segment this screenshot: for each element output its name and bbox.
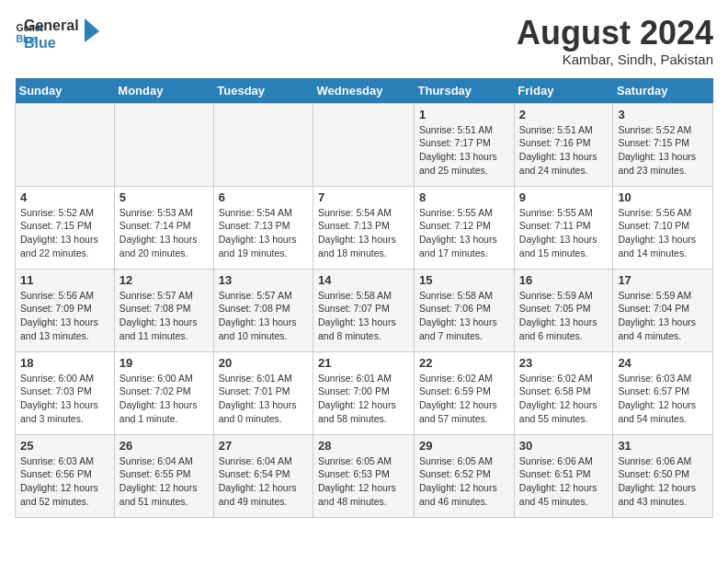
cell-content: Sunrise: 6:05 AM Sunset: 6:52 PM Dayligh… bbox=[419, 454, 509, 509]
day-number: 16 bbox=[519, 273, 609, 287]
calendar-cell: 16Sunrise: 5:59 AM Sunset: 7:05 PM Dayli… bbox=[514, 269, 613, 351]
calendar-cell: 13Sunrise: 5:57 AM Sunset: 7:08 PM Dayli… bbox=[213, 269, 313, 351]
cell-content: Sunrise: 5:58 AM Sunset: 7:06 PM Dayligh… bbox=[419, 289, 509, 343]
day-number: 9 bbox=[519, 190, 609, 204]
cell-content: Sunrise: 6:02 AM Sunset: 6:59 PM Dayligh… bbox=[419, 372, 509, 426]
calendar-week-5: 25Sunrise: 6:03 AM Sunset: 6:56 PM Dayli… bbox=[16, 434, 713, 517]
calendar-cell: 18Sunrise: 6:00 AM Sunset: 7:03 PM Dayli… bbox=[16, 351, 115, 434]
day-number: 3 bbox=[618, 108, 708, 121]
day-number: 4 bbox=[20, 190, 109, 204]
calendar-cell: 12Sunrise: 5:57 AM Sunset: 7:08 PM Dayli… bbox=[114, 269, 213, 351]
cell-content: Sunrise: 6:01 AM Sunset: 7:00 PM Dayligh… bbox=[318, 372, 409, 426]
calendar-cell: 23Sunrise: 6:02 AM Sunset: 6:58 PM Dayli… bbox=[514, 351, 613, 434]
day-number: 26 bbox=[119, 439, 209, 453]
day-number: 10 bbox=[618, 190, 708, 204]
calendar-cell: 29Sunrise: 6:05 AM Sunset: 6:52 PM Dayli… bbox=[415, 434, 515, 517]
cell-content: Sunrise: 6:00 AM Sunset: 7:03 PM Dayligh… bbox=[20, 372, 109, 426]
day-number: 29 bbox=[419, 439, 509, 453]
day-number: 23 bbox=[519, 356, 609, 370]
calendar-cell: 26Sunrise: 6:04 AM Sunset: 6:55 PM Dayli… bbox=[114, 434, 213, 517]
day-number: 18 bbox=[20, 356, 109, 370]
calendar-cell: 4Sunrise: 5:52 AM Sunset: 7:15 PM Daylig… bbox=[16, 186, 115, 269]
day-number: 7 bbox=[318, 190, 409, 204]
cell-content: Sunrise: 5:57 AM Sunset: 7:08 PM Dayligh… bbox=[119, 289, 209, 343]
day-number: 14 bbox=[318, 273, 409, 287]
weekday-header-saturday: Saturday bbox=[613, 78, 713, 104]
day-number: 22 bbox=[419, 356, 509, 370]
calendar-cell: 22Sunrise: 6:02 AM Sunset: 6:59 PM Dayli… bbox=[415, 351, 515, 434]
day-number: 2 bbox=[519, 108, 609, 121]
cell-content: Sunrise: 5:59 AM Sunset: 7:05 PM Dayligh… bbox=[519, 289, 609, 343]
calendar-cell: 6Sunrise: 5:54 AM Sunset: 7:13 PM Daylig… bbox=[213, 186, 313, 269]
calendar-cell: 2Sunrise: 5:51 AM Sunset: 7:16 PM Daylig… bbox=[514, 103, 613, 186]
weekday-header-thursday: Thursday bbox=[415, 78, 515, 104]
calendar-cell: 7Sunrise: 5:54 AM Sunset: 7:13 PM Daylig… bbox=[313, 186, 415, 269]
calendar-cell bbox=[16, 103, 115, 186]
cell-content: Sunrise: 5:55 AM Sunset: 7:12 PM Dayligh… bbox=[419, 206, 509, 260]
calendar-cell: 31Sunrise: 6:06 AM Sunset: 6:50 PM Dayli… bbox=[613, 434, 713, 517]
calendar-cell: 10Sunrise: 5:56 AM Sunset: 7:10 PM Dayli… bbox=[613, 186, 713, 269]
day-number: 8 bbox=[419, 190, 509, 204]
weekday-header-tuesday: Tuesday bbox=[213, 78, 313, 104]
calendar-cell: 1Sunrise: 5:51 AM Sunset: 7:17 PM Daylig… bbox=[415, 103, 515, 186]
cell-content: Sunrise: 6:03 AM Sunset: 6:57 PM Dayligh… bbox=[618, 372, 708, 426]
cell-content: Sunrise: 5:56 AM Sunset: 7:09 PM Dayligh… bbox=[20, 289, 109, 343]
cell-content: Sunrise: 5:53 AM Sunset: 7:14 PM Dayligh… bbox=[119, 206, 209, 260]
day-number: 5 bbox=[119, 190, 209, 204]
calendar-cell: 25Sunrise: 6:03 AM Sunset: 6:56 PM Dayli… bbox=[16, 434, 115, 517]
day-number: 31 bbox=[618, 439, 708, 453]
calendar-cell: 20Sunrise: 6:01 AM Sunset: 7:01 PM Dayli… bbox=[213, 351, 313, 434]
day-number: 21 bbox=[318, 356, 409, 370]
calendar-cell: 14Sunrise: 5:58 AM Sunset: 7:07 PM Dayli… bbox=[313, 269, 415, 351]
weekday-header-sunday: Sunday bbox=[16, 78, 115, 104]
weekday-header-row: SundayMondayTuesdayWednesdayThursdayFrid… bbox=[16, 78, 713, 104]
title-block: August 2024 Kambar, Sindh, Pakistan bbox=[517, 15, 713, 67]
calendar-cell: 15Sunrise: 5:58 AM Sunset: 7:06 PM Dayli… bbox=[415, 269, 515, 351]
cell-content: Sunrise: 6:02 AM Sunset: 6:58 PM Dayligh… bbox=[519, 372, 609, 426]
day-number: 30 bbox=[519, 439, 609, 453]
calendar-cell bbox=[213, 103, 313, 186]
cell-content: Sunrise: 5:51 AM Sunset: 7:17 PM Dayligh… bbox=[419, 123, 509, 178]
calendar-week-1: 1Sunrise: 5:51 AM Sunset: 7:17 PM Daylig… bbox=[16, 103, 713, 186]
cell-content: Sunrise: 5:52 AM Sunset: 7:15 PM Dayligh… bbox=[20, 206, 109, 260]
day-number: 13 bbox=[219, 273, 308, 287]
day-number: 17 bbox=[618, 273, 708, 287]
calendar-cell: 30Sunrise: 6:06 AM Sunset: 6:51 PM Dayli… bbox=[514, 434, 613, 517]
cell-content: Sunrise: 5:59 AM Sunset: 7:04 PM Dayligh… bbox=[618, 289, 708, 343]
cell-content: Sunrise: 5:51 AM Sunset: 7:16 PM Dayligh… bbox=[519, 123, 609, 178]
day-number: 1 bbox=[419, 108, 509, 121]
calendar-cell: 5Sunrise: 5:53 AM Sunset: 7:14 PM Daylig… bbox=[114, 186, 213, 269]
calendar-cell: 3Sunrise: 5:52 AM Sunset: 7:15 PM Daylig… bbox=[613, 103, 713, 186]
cell-content: Sunrise: 5:56 AM Sunset: 7:10 PM Dayligh… bbox=[618, 206, 708, 260]
calendar-cell: 9Sunrise: 5:55 AM Sunset: 7:11 PM Daylig… bbox=[514, 186, 613, 269]
calendar-cell: 27Sunrise: 6:04 AM Sunset: 6:54 PM Dayli… bbox=[213, 434, 313, 517]
calendar-cell: 24Sunrise: 6:03 AM Sunset: 6:57 PM Dayli… bbox=[613, 351, 713, 434]
calendar-cell: 21Sunrise: 6:01 AM Sunset: 7:00 PM Dayli… bbox=[313, 351, 415, 434]
day-number: 12 bbox=[119, 273, 209, 287]
day-number: 19 bbox=[119, 356, 209, 370]
calendar-cell: 17Sunrise: 5:59 AM Sunset: 7:04 PM Dayli… bbox=[613, 269, 713, 351]
calendar-week-3: 11Sunrise: 5:56 AM Sunset: 7:09 PM Dayli… bbox=[16, 269, 713, 351]
day-number: 25 bbox=[20, 439, 109, 453]
cell-content: Sunrise: 6:06 AM Sunset: 6:50 PM Dayligh… bbox=[618, 454, 708, 509]
weekday-header-friday: Friday bbox=[514, 78, 613, 104]
day-number: 24 bbox=[618, 356, 708, 370]
calendar-cell: 8Sunrise: 5:55 AM Sunset: 7:12 PM Daylig… bbox=[415, 186, 515, 269]
day-number: 6 bbox=[219, 190, 308, 204]
weekday-header-monday: Monday bbox=[114, 78, 213, 104]
day-number: 27 bbox=[219, 439, 308, 453]
weekday-header-wednesday: Wednesday bbox=[313, 78, 415, 104]
cell-content: Sunrise: 5:55 AM Sunset: 7:11 PM Dayligh… bbox=[519, 206, 609, 260]
day-number: 20 bbox=[219, 356, 308, 370]
cell-content: Sunrise: 5:54 AM Sunset: 7:13 PM Dayligh… bbox=[219, 206, 308, 260]
logo-general: General bbox=[24, 17, 79, 34]
cell-content: Sunrise: 6:04 AM Sunset: 6:55 PM Dayligh… bbox=[119, 454, 209, 509]
calendar-cell bbox=[313, 103, 415, 186]
calendar-cell: 19Sunrise: 6:00 AM Sunset: 7:02 PM Dayli… bbox=[114, 351, 213, 434]
cell-content: Sunrise: 5:52 AM Sunset: 7:15 PM Dayligh… bbox=[618, 123, 708, 178]
cell-content: Sunrise: 6:06 AM Sunset: 6:51 PM Dayligh… bbox=[519, 454, 609, 509]
calendar-week-2: 4Sunrise: 5:52 AM Sunset: 7:15 PM Daylig… bbox=[16, 186, 713, 269]
day-number: 28 bbox=[318, 439, 409, 453]
cell-content: Sunrise: 5:54 AM Sunset: 7:13 PM Dayligh… bbox=[318, 206, 409, 260]
day-number: 15 bbox=[419, 273, 509, 287]
